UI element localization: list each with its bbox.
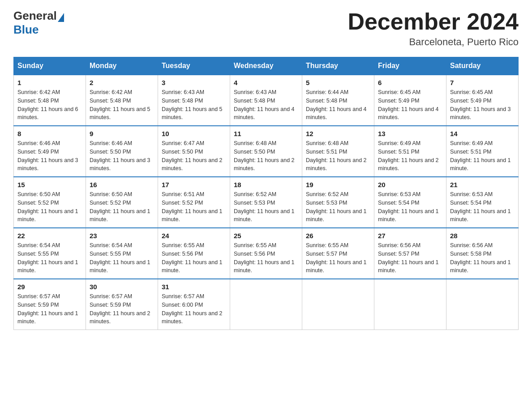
day-number: 12	[306, 130, 370, 137]
week-row-4: 22 Sunrise: 6:54 AM Sunset: 5:55 PM Dayl…	[14, 228, 519, 279]
weekday-header-tuesday: Tuesday	[158, 57, 230, 75]
day-info: Sunrise: 6:53 AM Sunset: 5:54 PM Dayligh…	[450, 190, 515, 224]
day-info: Sunrise: 6:49 AM Sunset: 5:51 PM Dayligh…	[378, 139, 442, 173]
logo-blue-text: Blue	[13, 23, 39, 37]
weekday-header-friday: Friday	[374, 57, 446, 75]
day-number: 3	[162, 79, 226, 86]
day-info: Sunrise: 6:43 AM Sunset: 5:48 PM Dayligh…	[234, 88, 298, 122]
day-number: 2	[90, 79, 154, 86]
day-cell: 22 Sunrise: 6:54 AM Sunset: 5:55 PM Dayl…	[14, 228, 86, 279]
day-cell: 4 Sunrise: 6:43 AM Sunset: 5:48 PM Dayli…	[230, 75, 302, 126]
day-info: Sunrise: 6:48 AM Sunset: 5:50 PM Dayligh…	[234, 139, 298, 173]
day-cell: 23 Sunrise: 6:54 AM Sunset: 5:55 PM Dayl…	[86, 228, 158, 279]
day-info: Sunrise: 6:42 AM Sunset: 5:48 PM Dayligh…	[90, 88, 154, 122]
day-info: Sunrise: 6:55 AM Sunset: 5:56 PM Dayligh…	[234, 241, 298, 275]
day-info: Sunrise: 6:51 AM Sunset: 5:52 PM Dayligh…	[162, 190, 226, 224]
day-cell: 15 Sunrise: 6:50 AM Sunset: 5:52 PM Dayl…	[14, 177, 86, 228]
day-number: 4	[234, 79, 298, 86]
day-number: 19	[306, 181, 370, 188]
day-info: Sunrise: 6:48 AM Sunset: 5:51 PM Dayligh…	[306, 139, 370, 173]
day-cell: 8 Sunrise: 6:46 AM Sunset: 5:49 PM Dayli…	[14, 126, 86, 177]
day-cell: 29 Sunrise: 6:57 AM Sunset: 5:59 PM Dayl…	[14, 279, 86, 330]
day-cell: 27 Sunrise: 6:56 AM Sunset: 5:57 PM Dayl…	[374, 228, 446, 279]
day-cell: 31 Sunrise: 6:57 AM Sunset: 6:00 PM Dayl…	[158, 279, 230, 330]
day-info: Sunrise: 6:55 AM Sunset: 5:57 PM Dayligh…	[306, 241, 370, 275]
day-cell: 26 Sunrise: 6:55 AM Sunset: 5:57 PM Dayl…	[302, 228, 374, 279]
day-info: Sunrise: 6:47 AM Sunset: 5:50 PM Dayligh…	[162, 139, 226, 173]
day-cell: 28 Sunrise: 6:56 AM Sunset: 5:58 PM Dayl…	[446, 228, 519, 279]
day-cell: 5 Sunrise: 6:44 AM Sunset: 5:48 PM Dayli…	[302, 75, 374, 126]
weekday-header-saturday: Saturday	[446, 57, 519, 75]
location-title: Barceloneta, Puerto Rico	[348, 36, 519, 48]
weekday-header-monday: Monday	[86, 57, 158, 75]
day-cell: 3 Sunrise: 6:43 AM Sunset: 5:48 PM Dayli…	[158, 75, 230, 126]
weekday-header-row: SundayMondayTuesdayWednesdayThursdayFrid…	[14, 57, 519, 75]
day-info: Sunrise: 6:46 AM Sunset: 5:50 PM Dayligh…	[90, 139, 154, 173]
day-number: 13	[378, 130, 442, 137]
day-cell: 10 Sunrise: 6:47 AM Sunset: 5:50 PM Dayl…	[158, 126, 230, 177]
day-number: 26	[306, 232, 370, 240]
day-number: 23	[90, 232, 154, 240]
day-number: 24	[162, 232, 226, 240]
day-cell: 21 Sunrise: 6:53 AM Sunset: 5:54 PM Dayl…	[446, 177, 519, 228]
day-number: 27	[378, 232, 442, 240]
day-info: Sunrise: 6:46 AM Sunset: 5:49 PM Dayligh…	[17, 139, 82, 173]
day-cell	[302, 279, 374, 330]
day-cell: 30 Sunrise: 6:57 AM Sunset: 5:59 PM Dayl…	[86, 279, 158, 330]
day-number: 8	[17, 130, 82, 137]
day-info: Sunrise: 6:50 AM Sunset: 5:52 PM Dayligh…	[90, 190, 154, 224]
day-info: Sunrise: 6:43 AM Sunset: 5:48 PM Dayligh…	[162, 88, 226, 122]
day-info: Sunrise: 6:56 AM Sunset: 5:57 PM Dayligh…	[378, 241, 442, 275]
week-row-3: 15 Sunrise: 6:50 AM Sunset: 5:52 PM Dayl…	[14, 177, 519, 228]
day-cell: 17 Sunrise: 6:51 AM Sunset: 5:52 PM Dayl…	[158, 177, 230, 228]
day-info: Sunrise: 6:52 AM Sunset: 5:53 PM Dayligh…	[234, 190, 298, 224]
week-row-2: 8 Sunrise: 6:46 AM Sunset: 5:49 PM Dayli…	[14, 126, 519, 177]
day-info: Sunrise: 6:52 AM Sunset: 5:53 PM Dayligh…	[306, 190, 370, 224]
day-cell: 20 Sunrise: 6:53 AM Sunset: 5:54 PM Dayl…	[374, 177, 446, 228]
day-info: Sunrise: 6:54 AM Sunset: 5:55 PM Dayligh…	[17, 241, 82, 275]
day-number: 21	[450, 181, 515, 188]
month-title: December 2024	[348, 9, 519, 34]
logo: General Blue	[13, 9, 65, 37]
day-info: Sunrise: 6:53 AM Sunset: 5:54 PM Dayligh…	[378, 190, 442, 224]
day-number: 9	[90, 130, 154, 137]
day-info: Sunrise: 6:49 AM Sunset: 5:51 PM Dayligh…	[450, 139, 515, 173]
day-number: 31	[162, 283, 226, 291]
day-number: 22	[17, 232, 82, 240]
day-number: 14	[450, 130, 515, 137]
weekday-header-sunday: Sunday	[14, 57, 86, 75]
day-cell: 19 Sunrise: 6:52 AM Sunset: 5:53 PM Dayl…	[302, 177, 374, 228]
day-cell: 12 Sunrise: 6:48 AM Sunset: 5:51 PM Dayl…	[302, 126, 374, 177]
day-info: Sunrise: 6:57 AM Sunset: 6:00 PM Dayligh…	[162, 292, 226, 326]
day-cell: 7 Sunrise: 6:45 AM Sunset: 5:49 PM Dayli…	[446, 75, 519, 126]
day-cell: 24 Sunrise: 6:55 AM Sunset: 5:56 PM Dayl…	[158, 228, 230, 279]
day-number: 16	[90, 181, 154, 188]
day-cell: 9 Sunrise: 6:46 AM Sunset: 5:50 PM Dayli…	[86, 126, 158, 177]
day-info: Sunrise: 6:45 AM Sunset: 5:49 PM Dayligh…	[450, 88, 515, 122]
day-number: 29	[17, 283, 82, 291]
day-cell: 1 Sunrise: 6:42 AM Sunset: 5:48 PM Dayli…	[14, 75, 86, 126]
day-cell	[446, 279, 519, 330]
logo-general-text: General	[13, 9, 57, 23]
day-info: Sunrise: 6:57 AM Sunset: 5:59 PM Dayligh…	[17, 292, 82, 326]
day-number: 1	[17, 79, 82, 86]
day-cell: 18 Sunrise: 6:52 AM Sunset: 5:53 PM Dayl…	[230, 177, 302, 228]
day-cell: 25 Sunrise: 6:55 AM Sunset: 5:56 PM Dayl…	[230, 228, 302, 279]
day-info: Sunrise: 6:55 AM Sunset: 5:56 PM Dayligh…	[162, 241, 226, 275]
day-cell	[230, 279, 302, 330]
day-info: Sunrise: 6:45 AM Sunset: 5:49 PM Dayligh…	[378, 88, 442, 122]
day-number: 18	[234, 181, 298, 188]
logo-triangle-icon	[58, 13, 64, 22]
day-cell: 6 Sunrise: 6:45 AM Sunset: 5:49 PM Dayli…	[374, 75, 446, 126]
day-info: Sunrise: 6:57 AM Sunset: 5:59 PM Dayligh…	[90, 292, 154, 326]
day-number: 28	[450, 232, 515, 240]
weekday-header-thursday: Thursday	[302, 57, 374, 75]
calendar-table: SundayMondayTuesdayWednesdayThursdayFrid…	[13, 57, 519, 330]
day-cell: 13 Sunrise: 6:49 AM Sunset: 5:51 PM Dayl…	[374, 126, 446, 177]
day-cell	[374, 279, 446, 330]
day-number: 17	[162, 181, 226, 188]
day-number: 7	[450, 79, 515, 86]
day-cell: 16 Sunrise: 6:50 AM Sunset: 5:52 PM Dayl…	[86, 177, 158, 228]
week-row-5: 29 Sunrise: 6:57 AM Sunset: 5:59 PM Dayl…	[14, 279, 519, 330]
day-info: Sunrise: 6:44 AM Sunset: 5:48 PM Dayligh…	[306, 88, 370, 122]
